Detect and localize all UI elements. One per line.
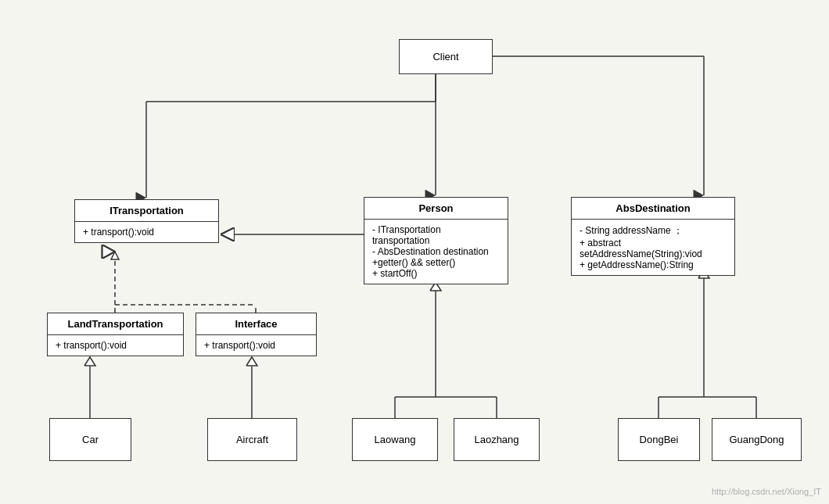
itransportation-body: + transport():void [75, 222, 218, 242]
itransportation-header: ITransportation [75, 200, 218, 222]
absdestination-header: AbsDestination [572, 198, 734, 220]
absdestination-box: AbsDestination - String addressName ； + … [571, 197, 735, 276]
laozhang-label: Laozhang [474, 434, 519, 445]
interface-body: + transport():void [196, 335, 316, 356]
interface-box: Interface + transport():void [196, 313, 317, 356]
aircraft-box: Aircraft [207, 418, 297, 461]
person-body: - ITransportation transportation - AbsDe… [364, 220, 508, 284]
diagram-container: Client ITransportation + transport():voi… [0, 0, 829, 504]
guangdong-label: GuangDong [729, 434, 784, 445]
interface-header: Interface [196, 313, 316, 335]
laowang-box: Laowang [352, 418, 438, 461]
person-box: Person - ITransportation transportation … [364, 197, 508, 284]
landtransportation-body: + transport():void [48, 335, 183, 356]
person-header: Person [364, 198, 508, 220]
absdestination-body: - String addressName ； + abstract setAdd… [572, 220, 734, 275]
car-label: Car [82, 434, 99, 445]
car-box: Car [49, 418, 131, 461]
client-box: Client [399, 39, 493, 74]
laowang-label: Laowang [375, 434, 416, 445]
watermark: http://blog.csdn.net/Xiong_IT [712, 487, 821, 496]
laozhang-box: Laozhang [454, 418, 540, 461]
landtransportation-header: LandTransportation [48, 313, 183, 335]
dongbei-box: DongBei [618, 418, 700, 461]
landtransportation-box: LandTransportation + transport():void [47, 313, 184, 356]
client-label: Client [432, 51, 458, 63]
aircraft-label: Aircraft [236, 434, 268, 445]
itransportation-box: ITransportation + transport():void [74, 199, 219, 243]
dongbei-label: DongBei [640, 434, 679, 445]
guangdong-box: GuangDong [712, 418, 802, 461]
